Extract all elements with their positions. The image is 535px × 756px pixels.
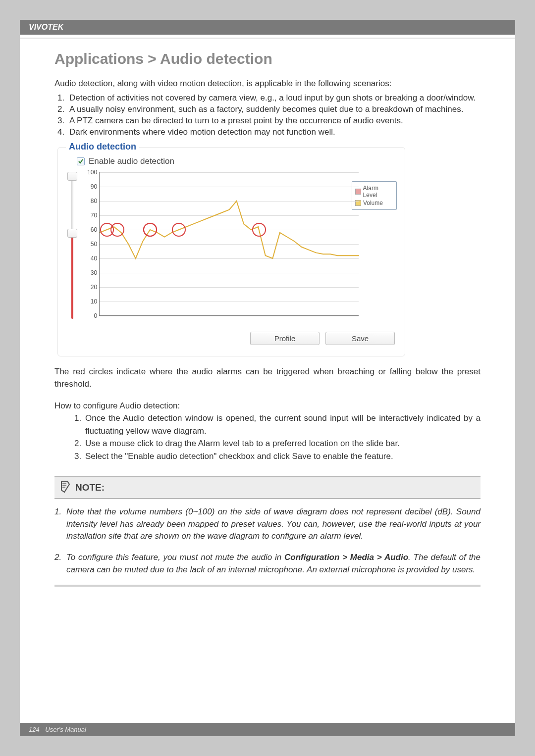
note-icon	[59, 480, 70, 495]
alarm-crossing-circle	[143, 223, 157, 237]
y-axis-tick: 60	[81, 226, 97, 233]
y-axis-tick: 80	[81, 198, 97, 204]
y-axis-tick: 90	[81, 183, 97, 190]
profile-button[interactable]: Profile	[250, 332, 320, 345]
y-axis-tick: 70	[81, 212, 97, 219]
page-footer: 124 - User's Manual	[20, 723, 515, 736]
red-circle-paragraph: The red circles indicate where the audio…	[54, 365, 481, 391]
legend-alarm: Alarm Level	[363, 185, 393, 199]
note-item: Note that the volume numbers (0~100) on …	[66, 506, 481, 543]
list-item: Dark environments where video motion det…	[69, 127, 481, 138]
alarm-crossing-circle	[110, 223, 124, 237]
page-title: Applications > Audio detection	[54, 50, 481, 67]
y-axis-tick: 50	[81, 241, 97, 248]
y-axis-tick: 30	[81, 269, 97, 276]
brand-text: VIVOTEK	[29, 23, 63, 31]
legend-volume: Volume	[363, 200, 383, 206]
scenario-list: 1.Detection of activities not covered by…	[57, 93, 481, 138]
enable-audio-label: Enable audio detection	[89, 156, 174, 166]
alarm-crossing-circle	[172, 223, 186, 237]
y-axis-tick: 100	[81, 169, 97, 176]
list-item: Once the Audio detection window is opene…	[85, 412, 481, 437]
y-axis-tick: 10	[81, 298, 97, 305]
note-bottom-rule	[54, 585, 481, 587]
note-item: To configure this feature, you must not …	[66, 552, 481, 576]
list-item: A usually noisy environment, such as a f…	[69, 104, 481, 115]
y-axis-tick: 0	[81, 312, 97, 319]
list-item: Detection of activities not covered by c…	[69, 93, 481, 104]
list-item: Select the "Enable audio detection" chec…	[85, 450, 481, 463]
enable-audio-checkbox[interactable]	[77, 157, 85, 165]
panel-title: Audio detection	[66, 142, 139, 152]
note-section: NOTE: 1. Note that the volume numbers (0…	[54, 476, 481, 587]
y-axis-tick: 40	[81, 255, 97, 262]
howto-title: How to configure Audio detection:	[54, 400, 481, 412]
y-axis-tick: 20	[81, 284, 97, 291]
save-button[interactable]: Save	[325, 332, 395, 345]
alarm-level-slider[interactable]	[66, 172, 78, 321]
note-label: NOTE:	[75, 482, 105, 493]
brand-bar: VIVOTEK	[20, 20, 515, 35]
footer-text: 124 - User's Manual	[29, 726, 86, 733]
list-item: A PTZ camera can be directed to turn to …	[69, 115, 481, 127]
audio-detection-panel: Audio detection Enable audio detection	[57, 147, 405, 356]
alarm-crossing-circle	[252, 223, 266, 237]
intro-text: Audio detection, along with video motion…	[54, 78, 481, 90]
volume-chart: 0102030405060708090100	[81, 170, 349, 319]
list-item: Use a mouse click to drag the Alarm leve…	[85, 437, 481, 450]
